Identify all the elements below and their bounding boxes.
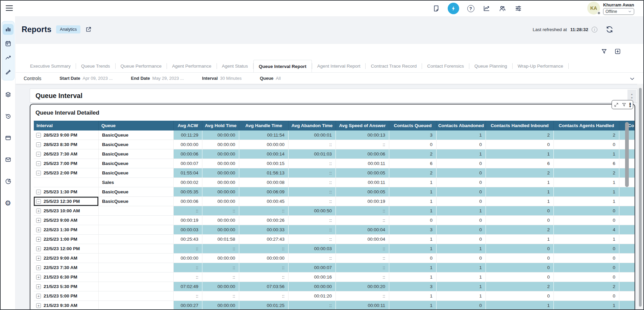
metric-cell[interactable]: 1 (437, 263, 486, 272)
metric-cell[interactable]: 00:00:27 (174, 301, 202, 309)
queue-cell[interactable] (99, 272, 174, 282)
metric-cell[interactable]: 0 (437, 235, 486, 244)
metric-cell[interactable]: 0 (486, 244, 554, 254)
metric-cell[interactable]: 1 (554, 178, 619, 187)
metric-cell[interactable]: 0 (486, 263, 554, 272)
expand-toggle-icon[interactable]: + (36, 284, 41, 289)
expand-toggle-icon[interactable]: + (36, 237, 41, 242)
metric-cell[interactable]: 00:00:11 (336, 159, 389, 168)
metric-cell[interactable]: 00:00:01 (289, 130, 336, 140)
metric-cell[interactable]: :: (174, 263, 202, 272)
metric-cell[interactable]: :: (289, 225, 336, 235)
tab-agent-interval-report[interactable]: Agent Interval Report (312, 60, 366, 72)
column-header-contacts-queued[interactable]: Contacts Queued (389, 121, 437, 130)
metric-cell[interactable]: :: (289, 254, 336, 263)
interval-cell[interactable]: +22/5/23 9:00 AM (34, 254, 99, 263)
metric-cell[interactable]: 00:00:00 (174, 254, 202, 263)
metric-cell[interactable]: :: (174, 206, 202, 216)
queue-cell[interactable] (99, 254, 174, 263)
metric-cell[interactable]: 0 (554, 244, 619, 254)
metric-cell[interactable] (619, 272, 635, 282)
external-link-icon[interactable] (85, 26, 92, 33)
queue-cell[interactable]: BasicQueue (99, 187, 174, 197)
queue-cell[interactable] (99, 282, 174, 291)
metric-cell[interactable]: 0 (389, 216, 437, 225)
queue-cell[interactable]: BasicQueue (99, 168, 174, 178)
column-header-contacts-abandoned[interactable]: Contacts Abandoned (437, 121, 486, 130)
metric-cell[interactable]: :: (336, 272, 389, 282)
metric-cell[interactable]: :: (239, 244, 289, 254)
interval-cell[interactable]: +21/5/23 9:30 AM (34, 301, 99, 309)
metric-cell[interactable]: 00:00:00 (202, 178, 239, 187)
avatar[interactable]: KA (587, 2, 600, 15)
metric-cell[interactable] (619, 187, 635, 197)
metric-cell[interactable]: 1 (389, 197, 437, 206)
metric-cell[interactable]: 1 (437, 206, 486, 216)
expand-toggle-icon[interactable]: + (36, 256, 41, 261)
metric-cell[interactable]: 1 (389, 206, 437, 216)
metric-cell[interactable]: 00:00:20 (336, 282, 389, 291)
metric-cell[interactable]: 2 (486, 168, 554, 178)
metric-cell[interactable]: 1 (554, 301, 619, 309)
sidebar-item-bar-chart[interactable] (3, 24, 14, 35)
metric-cell[interactable]: 00:00:04 (336, 235, 389, 244)
metric-cell[interactable]: 3 (389, 282, 437, 291)
interval-cell[interactable]: +21/5/23 6:30 PM (34, 272, 99, 282)
metric-cell[interactable]: :: (289, 235, 336, 244)
queue-cell[interactable] (99, 225, 174, 235)
metric-cell[interactable]: 0 (389, 140, 437, 149)
status-dropdown[interactable]: Offline (603, 8, 634, 15)
metric-cell[interactable]: 00:27:43 (239, 235, 289, 244)
metric-cell[interactable]: 00:11:54 (239, 130, 289, 140)
metric-cell[interactable]: 1 (486, 187, 554, 197)
metric-cell[interactable] (619, 263, 635, 272)
metric-cell[interactable]: 00:00:00 (202, 282, 239, 291)
metric-cell[interactable]: 00:00:11 (336, 178, 389, 187)
column-header-avg-abandon-time[interactable]: Avg Abandon Time (289, 121, 336, 130)
column-header-contacts-handled-inbound[interactable]: Contacts Handled Inbound (486, 121, 554, 130)
metric-cell[interactable]: :: (202, 291, 239, 301)
metric-cell[interactable]: 2 (486, 282, 554, 291)
metric-cell[interactable]: 00:00:02 (174, 178, 202, 187)
metric-cell[interactable] (619, 216, 635, 225)
interval-cell[interactable]: +25/5/23 9:00 AM (34, 216, 99, 225)
metric-cell[interactable]: 00:00:07 (289, 263, 336, 272)
sidebar-item-design[interactable] (3, 67, 14, 77)
queue-cell[interactable] (99, 244, 174, 254)
metric-cell[interactable] (619, 244, 635, 254)
metric-cell[interactable]: 1 (486, 197, 554, 206)
interval-cell[interactable]: +21/5/23 5:30 PM (34, 282, 99, 291)
queue-cell[interactable]: Sales (99, 178, 174, 187)
metric-cell[interactable]: 00:00:00 (174, 140, 202, 149)
metric-cell[interactable]: 0 (554, 263, 619, 272)
metric-cell[interactable]: 00:00:00 (239, 254, 289, 263)
metric-cell[interactable]: :: (239, 263, 289, 272)
metric-cell[interactable]: 0 (437, 178, 486, 187)
queue-cell[interactable] (99, 216, 174, 225)
metric-cell[interactable]: 07:03:56 (239, 282, 289, 291)
interval-cell[interactable]: +25/5/23 10:00 AM (34, 206, 99, 216)
metric-cell[interactable] (619, 225, 635, 235)
metric-cell[interactable]: 00:00:45 (239, 197, 289, 206)
collapse-toggle-icon[interactable]: − (36, 190, 41, 194)
metric-cell[interactable]: :: (239, 291, 289, 301)
metric-cell[interactable]: 00:00:00 (202, 301, 239, 309)
controls-collapse-icon[interactable] (629, 76, 635, 82)
interval-cell[interactable]: +22/5/23 1:00 PM (34, 235, 99, 244)
metric-cell[interactable]: 00:00:03 (289, 244, 336, 254)
tab-queue-trends[interactable]: Queue Trends (76, 60, 115, 72)
metric-cell[interactable]: 00:00:06 (174, 197, 202, 206)
tab-contract-trace-record[interactable]: Contract Trace Record (366, 60, 422, 72)
interval-cell[interactable]: −25/5/23 2:00 PM (34, 168, 99, 178)
metric-cell[interactable]: 1 (389, 235, 437, 244)
queue-cell[interactable] (99, 263, 174, 272)
column-header-queue[interactable]: Queue (99, 121, 174, 130)
metric-cell[interactable]: 00:00:14 (239, 149, 289, 159)
metric-cell[interactable] (619, 282, 635, 291)
metric-cell[interactable]: :: (336, 140, 389, 149)
expand-toggle-icon[interactable]: + (36, 246, 41, 251)
metric-cell[interactable]: 1 (437, 282, 486, 291)
metric-cell[interactable]: 4 (554, 225, 619, 235)
metric-cell[interactable]: 1 (389, 301, 437, 309)
collapse-toggle-icon[interactable]: − (36, 133, 41, 138)
